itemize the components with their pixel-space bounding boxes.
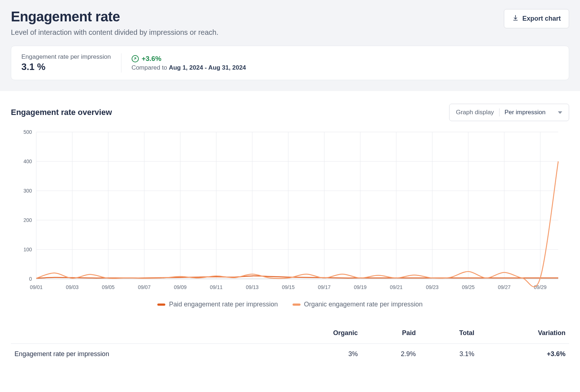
svg-text:09/13: 09/13: [246, 284, 258, 290]
table-body: Engagement rate per impression 3% 2.9% 3…: [11, 344, 569, 365]
svg-text:500: 500: [24, 129, 32, 135]
title-block: Engagement rate Level of interaction wit…: [11, 9, 219, 37]
main-section: Engagement rate overview Graph display P…: [0, 91, 580, 372]
download-icon: [512, 15, 519, 23]
engagement-rate-chart: 010020030040050009/0109/0309/0509/0709/0…: [11, 128, 569, 295]
svg-text:100: 100: [24, 247, 32, 252]
summary-compare-line: Compared to Aug 1, 2024 - Aug 31, 2024: [132, 64, 246, 71]
legend-item-organic: Organic engagement rate per impression: [293, 301, 423, 308]
chevron-down-icon: [558, 111, 562, 114]
table-head: Organic Paid Total Variation: [11, 323, 569, 344]
svg-text:09/03: 09/03: [66, 284, 79, 290]
header-band: Engagement rate Level of interaction wit…: [0, 0, 580, 91]
svg-text:09/09: 09/09: [174, 284, 187, 290]
engagement-summary-table: Organic Paid Total Variation Engagement …: [11, 323, 569, 364]
svg-text:09/27: 09/27: [498, 284, 511, 290]
page-title: Engagement rate: [11, 9, 219, 25]
legend-organic-label: Organic engagement rate per impression: [304, 301, 423, 308]
table-row: Engagement rate per impression 3% 2.9% 3…: [11, 344, 569, 365]
title-row: Engagement rate Level of interaction wit…: [11, 9, 569, 37]
graph-display-select[interactable]: Graph display Per impression: [449, 104, 569, 121]
graph-display-value: Per impression: [505, 109, 546, 116]
summary-metric-label: Engagement rate per impression: [21, 53, 111, 61]
row-variation: +3.6%: [478, 344, 569, 365]
col-blank: [11, 323, 278, 344]
row-paid: 2.9%: [361, 344, 419, 365]
row-total: 3.1%: [419, 344, 478, 365]
svg-text:09/07: 09/07: [138, 284, 150, 290]
svg-text:09/21: 09/21: [390, 284, 403, 290]
col-total: Total: [419, 323, 478, 344]
legend-paid-label: Paid engagement rate per impression: [169, 301, 278, 308]
svg-text:09/15: 09/15: [282, 284, 295, 290]
chart-container: 010020030040050009/0109/0309/0509/0709/0…: [11, 128, 569, 295]
summary-delta: +3.6%: [132, 55, 246, 63]
col-paid: Paid: [361, 323, 419, 344]
export-chart-button[interactable]: Export chart: [504, 9, 569, 28]
page-subtitle: Level of interaction with content divide…: [11, 28, 219, 37]
svg-text:09/11: 09/11: [210, 284, 223, 290]
col-variation: Variation: [478, 323, 569, 344]
svg-text:09/23: 09/23: [426, 284, 439, 290]
chart-legend: Paid engagement rate per impression Orga…: [11, 301, 569, 308]
export-chart-label: Export chart: [522, 15, 561, 22]
overview-header-row: Engagement rate overview Graph display P…: [11, 104, 569, 121]
svg-text:0: 0: [29, 276, 32, 282]
svg-text:09/25: 09/25: [462, 284, 475, 290]
svg-text:09/05: 09/05: [102, 284, 115, 290]
arrow-up-right-icon: [132, 55, 139, 62]
svg-text:200: 200: [24, 217, 32, 223]
summary-compare-range: Aug 1, 2024 - Aug 31, 2024: [169, 64, 246, 71]
svg-text:400: 400: [24, 158, 32, 164]
col-organic: Organic: [278, 323, 361, 344]
svg-text:09/17: 09/17: [318, 284, 331, 290]
svg-text:09/01: 09/01: [30, 284, 42, 290]
divider: [499, 108, 500, 116]
legend-item-paid: Paid engagement rate per impression: [157, 301, 278, 308]
paid-swatch-icon: [157, 304, 165, 306]
summary-metric: Engagement rate per impression 3.1 %: [21, 53, 121, 73]
summary-metric-value: 3.1 %: [21, 61, 111, 73]
organic-swatch-icon: [293, 304, 301, 306]
svg-text:09/29: 09/29: [534, 284, 547, 290]
graph-display-label: Graph display: [456, 109, 494, 116]
summary-card: Engagement rate per impression 3.1 % +3.…: [11, 46, 569, 80]
summary-delta-value: +3.6%: [142, 55, 161, 63]
summary-compare-block: +3.6% Compared to Aug 1, 2024 - Aug 31, …: [121, 55, 246, 71]
svg-text:09/19: 09/19: [354, 284, 366, 290]
row-organic: 3%: [278, 344, 361, 365]
row-label: Engagement rate per impression: [11, 344, 278, 365]
overview-title: Engagement rate overview: [11, 108, 112, 117]
summary-compare-prefix: Compared to: [132, 64, 169, 71]
svg-text:300: 300: [24, 188, 32, 194]
